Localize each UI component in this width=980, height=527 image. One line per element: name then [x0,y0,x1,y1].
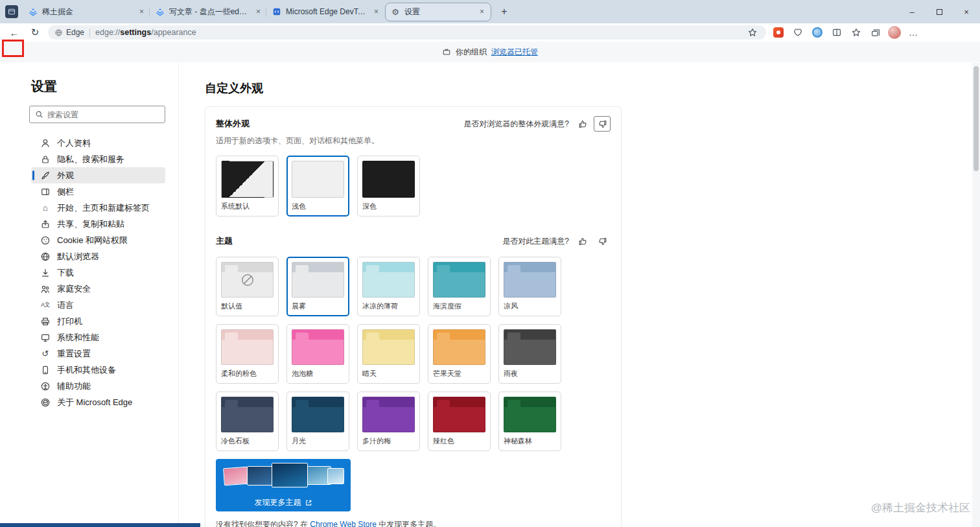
monitor-icon [40,333,51,343]
favorites-icon[interactable] [849,25,863,40]
back-button[interactable]: ← [6,25,22,40]
split-screen-icon[interactable] [830,25,844,40]
sidebar-item-label: 辅助功能 [57,381,91,392]
theme-preview [362,262,415,298]
theme-card-rainy-night[interactable]: 雨夜 [498,324,561,384]
sidebar-item-phone-devices[interactable]: 手机和其他设备 [31,362,165,378]
theme-label: 月光 [292,436,344,446]
tab-close-icon[interactable]: × [478,7,485,16]
sidebar-item-downloads[interactable]: 下载 [31,264,165,281]
sidebar-item-printers[interactable]: 打印机 [31,313,165,329]
theme-card-soft-pink[interactable]: 柔和的粉色 [216,324,279,384]
theme-card-bubblegum[interactable]: 泡泡糖 [286,324,349,384]
no-theme-icon [240,273,255,287]
site-info-badge[interactable]: Edge [54,28,84,37]
address-divider [89,29,90,37]
chrome-web-store-link[interactable]: Chrome Web Store [310,520,377,527]
feedback-question: 是否对此主题满意? [502,236,569,247]
profile-avatar[interactable] [888,26,901,39]
theme-label: 雨夜 [504,369,556,379]
theme-card-moonlight[interactable]: 月光 [286,392,349,451]
discover-more-themes-button[interactable]: 发现更多主题 [216,459,351,511]
sidebar-item-appearance[interactable]: 外观 [31,167,165,183]
sidebar-item-sidebar[interactable]: 侧栏 [31,183,165,200]
new-tab-button[interactable]: + [495,3,513,21]
edge-logo-icon [54,29,63,37]
minimize-button[interactable]: – [898,0,926,23]
theme-card-default[interactable]: 默认值 [216,257,279,316]
sidebar-item-share-copy-paste[interactable]: 共享、复制和粘贴 [31,216,165,232]
refresh-button[interactable]: ↻ [27,25,43,40]
theme-preview [504,329,556,365]
theme-card-mystic-forest[interactable]: 神秘森林 [498,392,561,451]
theme-card-cool-slate[interactable]: 冷色石板 [216,392,279,451]
browser-essentials-icon[interactable] [791,25,805,40]
sidebar-item-languages[interactable]: A文 语言 [31,297,165,313]
tab-settings[interactable]: ⚙ 设置 × [385,3,491,21]
sidebar-item-system-performance[interactable]: 系统和性能 [31,329,165,345]
appearance-option-label: 系统默认 [221,202,274,211]
theme-preview [504,262,556,298]
theme-card-spicy-red[interactable]: 辣红色 [428,392,491,451]
thumbs-down-button[interactable] [594,116,611,132]
address-bar[interactable]: Edge edge://settings/appearance [48,25,766,40]
managed-link[interactable]: 浏览器已托管 [491,47,538,58]
theme-preview [362,329,415,365]
appearance-option-light[interactable]: 浅色 [286,156,349,217]
theme-label: 芒果天堂 [433,369,485,379]
theme-card-morning-mist[interactable]: 晨雾 [286,257,349,316]
extension-icon[interactable] [771,25,786,40]
page-scrollbar[interactable] [972,63,980,527]
theme-card-mango-paradise[interactable]: 芒果天堂 [428,324,491,384]
sidebar-item-cookies-permissions[interactable]: Cookie 和网站权限 [31,232,165,248]
appearance-option-dark[interactable]: 深色 [357,156,420,217]
sidebar-item-label: 外观 [57,170,74,182]
thumbs-up-button[interactable] [574,233,591,249]
thumbs-down-button[interactable] [594,233,611,249]
theme-label: 柔和的粉色 [221,369,274,379]
theme-card-cool-breeze[interactable]: 凉风 [498,257,561,316]
sidebar-item-family-safety[interactable]: 家庭安全 [31,281,165,297]
add-favorite-icon[interactable] [745,25,760,40]
tab-juejin-home[interactable]: 稀土掘金 × [23,3,150,21]
appearance-option-system-default[interactable]: 系统默认 [216,156,279,217]
share-icon [40,219,51,229]
scrollbar-thumb[interactable] [974,66,979,171]
lock-icon [40,154,51,165]
theme-thumbnail [272,463,308,487]
navigation-toolbar: ← ↻ Edge edge://settings/appearance [0,23,980,41]
sidebar-item-label: 语言 [57,299,74,311]
close-window-button[interactable]: × [953,0,980,23]
sidebar-item-profile[interactable]: 个人资料 [31,135,165,151]
search-input[interactable] [47,110,159,119]
site-badge-label: Edge [66,28,84,37]
copilot-icon[interactable] [810,25,824,40]
collections-icon[interactable] [869,25,883,40]
sidebar-item-accessibility[interactable]: 辅助功能 [31,378,165,394]
maximize-button[interactable] [926,0,953,23]
sidebar-item-privacy[interactable]: 隐私、搜索和服务 [31,151,165,167]
theme-card-icy-mint[interactable]: 冰凉的薄荷 [357,257,420,316]
theme-card-sunny-day[interactable]: 晴天 [357,324,420,384]
tab-devtools-extension[interactable]: Microsoft Edge DevTools extens… × [267,3,385,21]
tab-title: Microsoft Edge DevTools extens… [286,7,368,16]
settings-content: 自定义外观 整体外观 是否对浏览器的整体外观满意? 适用于新的选项卡、页面、对话… [179,62,980,527]
theme-card-seaside-vacation[interactable]: 海滨度假 [428,257,491,316]
theme-preview [504,397,556,432]
theme-card-juicy-plum[interactable]: 多汁的梅 [357,392,420,451]
tab-write-article[interactable]: 写文章 - 盘点一些edge浏览器还… × [150,3,267,21]
tab-close-icon[interactable]: × [255,7,262,16]
tab-close-icon[interactable]: × [138,7,145,16]
theme-label: 神秘森林 [504,436,556,446]
search-settings-box[interactable] [29,106,165,123]
discover-more-themes-label: 发现更多主题 [255,497,301,508]
browser-logo-icon[interactable] [5,5,18,18]
sidebar-item-about[interactable]: 关于 Microsoft Edge [31,394,165,410]
thumbs-up-button[interactable] [574,116,591,132]
tab-close-icon[interactable]: × [373,7,380,16]
sidebar-item-reset-settings[interactable]: ↺ 重置设置 [31,345,165,362]
sidebar-item-default-browser[interactable]: 默认浏览器 [31,248,165,264]
sidebar-item-start-home-new-tabs[interactable]: ⌂ 开始、主页和新建标签页 [31,200,165,216]
tab-bar: 稀土掘金 × 写文章 - 盘点一些edge浏览器还… × Microsoft E… [0,0,980,23]
more-menu-icon[interactable]: … [906,27,921,38]
